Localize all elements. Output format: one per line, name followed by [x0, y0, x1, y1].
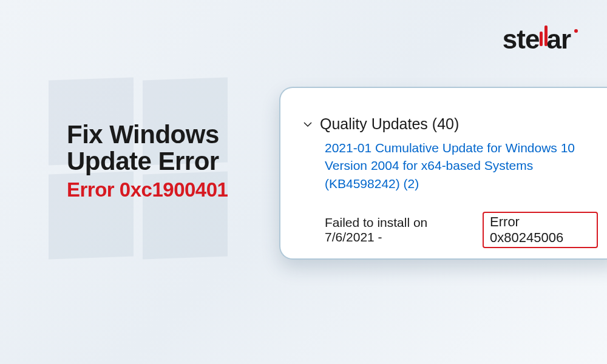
headline-block: Fix Windows Update Error Error 0xc190040…	[67, 121, 228, 201]
status-text: Failed to install on 7/6/2021 -	[325, 215, 479, 244]
update-link[interactable]: 2021-01 Cumulative Update for Windows 10…	[325, 139, 598, 192]
update-card: Quality Updates (40) 2021-01 Cumulative …	[279, 87, 607, 260]
brand-bars-icon	[538, 25, 548, 56]
headline-title: Fix Windows Update Error	[67, 121, 228, 175]
error-code-box: Error 0x80245006	[483, 212, 598, 248]
status-row: Failed to install on 7/6/2021 - Error 0x…	[325, 212, 598, 248]
chevron-down-icon	[302, 118, 314, 130]
section-title: Quality Updates (40)	[320, 115, 459, 133]
brand-text-part1: ste	[503, 24, 540, 54]
brand-text-part2: ar	[546, 24, 571, 54]
brand-logo: stear	[503, 24, 571, 55]
section-header[interactable]: Quality Updates (40)	[302, 115, 598, 133]
brand-dot-icon	[574, 29, 578, 33]
headline-subtitle: Error 0xc1900401	[67, 178, 228, 201]
